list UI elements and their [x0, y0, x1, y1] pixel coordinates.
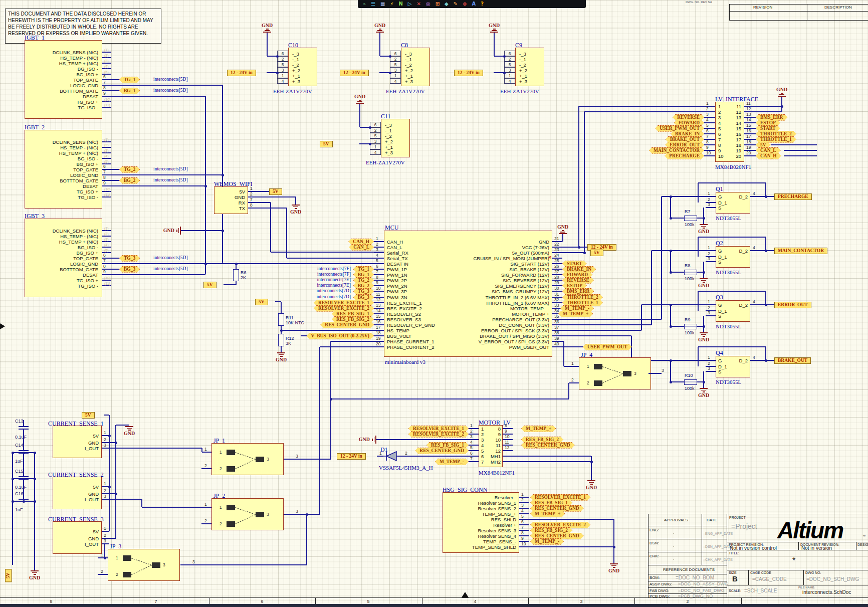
jumper-pad[interactable]: [256, 457, 264, 462]
port-M_TEMP_-[interactable]: M_TEMP_-: [530, 538, 564, 545]
wire-segment: [202, 452, 211, 453]
port-PRECHARGE[interactable]: PRECHARGE: [665, 153, 704, 159]
wire-segment: [564, 366, 579, 367]
mosfet-ref[interactable]: Q4: [716, 350, 723, 356]
power-label-5v[interactable]: 5V: [590, 250, 603, 256]
port-USER_PWM_OUT[interactable]: USER_PWM_OUT: [583, 344, 632, 350]
mcu-pin-number: 15: [376, 314, 380, 319]
diode-symbol[interactable]: [383, 451, 398, 462]
mosfet-ref[interactable]: Q3: [716, 294, 723, 300]
ruler-number: 3: [580, 599, 582, 604]
power-label-5v[interactable]: 5V: [203, 282, 216, 288]
net-label-PRECHARGE[interactable]: PRECHARGE: [774, 193, 812, 200]
port-RESOLVER_EXCITE_2[interactable]: RESOLVER_EXCITE_2: [408, 431, 469, 438]
mcu-title[interactable]: MCU: [385, 225, 398, 231]
help-icon[interactable]: ?: [481, 2, 484, 7]
port-TG_2[interactable]: TG_2: [119, 166, 140, 173]
wire-segment: [706, 256, 716, 257]
mosfet-pin-number: 2: [708, 197, 710, 202]
jumper-pad[interactable]: [227, 521, 235, 527]
port-M_TEMP_+[interactable]: M_TEMP_+: [521, 426, 556, 432]
power-label[interactable]: 12 - 24V in: [227, 70, 256, 76]
title-block: APPROVALS DATE ENG: . =ENG_APP_DATE DSN:…: [648, 514, 868, 597]
net-label-ERROR_OUT[interactable]: ERROR_OUT: [774, 302, 811, 308]
jumper-pad[interactable]: [123, 555, 131, 561]
place-wire-icon[interactable]: ⌁: [363, 2, 366, 7]
port-TG_1[interactable]: TG_1: [119, 77, 140, 83]
resistor-undefined[interactable]: [684, 216, 697, 221]
cross-probe-icon[interactable]: ⊗: [463, 2, 467, 7]
port-M_TEMP_PLUS[interactable]: M_TEMP_+: [558, 311, 593, 317]
mosfet-ref[interactable]: Q1: [716, 186, 723, 192]
port-BG_1[interactable]: BG_1: [119, 88, 140, 94]
jumper-pad[interactable]: [256, 512, 264, 517]
power-label[interactable]: 12 - 24V in: [340, 70, 369, 76]
igbt-pin-name: TG_ISO -: [78, 195, 98, 200]
power-label-5v[interactable]: 5V: [255, 299, 268, 305]
place-port-icon[interactable]: ▷: [408, 2, 412, 7]
jumper-pad[interactable]: [227, 450, 235, 455]
igbt-pin-number: (1): [104, 227, 109, 230]
place-junction-icon[interactable]: ◆: [445, 2, 449, 7]
jumper-block-JP_1[interactable]: [211, 443, 284, 475]
net-label-MAIN_CONTACTOR[interactable]: MAIN_CONTACTOR: [774, 248, 827, 254]
port-CAN_L[interactable]: CAN_L: [349, 244, 374, 251]
motor-pin-int: 10: [495, 438, 501, 443]
port-BG_3[interactable]: BG_3: [119, 266, 140, 273]
place-power-port-icon[interactable]: ⚡: [390, 2, 393, 7]
power-label-5v[interactable]: 5V: [269, 188, 282, 195]
port-TG_3[interactable]: TG_3: [119, 255, 140, 262]
jumper-block-JP_2[interactable]: [211, 498, 284, 530]
jumper-pad[interactable]: [152, 562, 160, 568]
jumper-pad[interactable]: [227, 505, 235, 510]
text-string-icon[interactable]: A: [472, 2, 476, 7]
jumper-pad[interactable]: [594, 380, 602, 386]
place-no-erc-icon[interactable]: ✕: [417, 2, 421, 7]
port-M_TEMP_+[interactable]: M_TEMP_+: [530, 511, 565, 517]
junction-dot: [670, 325, 672, 328]
power-label-5v[interactable]: 5V: [5, 569, 12, 582]
resistor-undefined[interactable]: [684, 270, 697, 275]
place-probe-icon[interactable]: ◎: [426, 2, 430, 7]
port-CAN_H[interactable]: CAN_H: [756, 153, 781, 159]
resistor-undefined[interactable]: [278, 313, 284, 326]
resistor-undefined[interactable]: [233, 269, 239, 281]
jumper-pad[interactable]: [594, 364, 602, 369]
jumper-pad[interactable]: [623, 371, 631, 376]
place-sheet-symbol-icon[interactable]: ▦: [380, 2, 385, 7]
mcu-pin-name: ERROR_OUT / SPI_SCK (3.3V): [481, 328, 549, 333]
port-BG_2[interactable]: BG_2: [119, 177, 140, 184]
jumper-pad[interactable]: [123, 572, 131, 577]
port-TG_3[interactable]: TG_3: [353, 288, 374, 295]
power-label-5v[interactable]: 5V: [82, 412, 95, 419]
port-V_BUS_ISO_OUT[interactable]: V_BUS_ISO_OUT (0-2.25V): [307, 333, 374, 339]
port-BMS_ERR[interactable]: BMS_ERR: [562, 288, 594, 295]
jumper-pad[interactable]: [227, 466, 235, 472]
resistor-undefined[interactable]: [684, 324, 697, 329]
motor-pin-number: 10: [505, 435, 509, 439]
power-label[interactable]: 12 - 24V in: [454, 70, 483, 76]
port-M_TEMP_-[interactable]: M_TEMP_-: [435, 459, 469, 465]
jumper-block-JP_3[interactable]: [108, 549, 180, 581]
mosfet-ref[interactable]: Q2: [716, 240, 723, 246]
junction-dot: [389, 55, 391, 58]
jumper-block-JP_4[interactable]: [579, 357, 651, 389]
wire-segment: [102, 196, 111, 197]
resistor-undefined[interactable]: [278, 334, 284, 346]
port-RES_CENTER_GND[interactable]: RES_CENTER_GND: [320, 322, 374, 328]
floating-toolbar[interactable]: ⌁☰▦⚡N▷✕◎⊞◆✎⊗A?: [358, 0, 586, 8]
place-bus-icon[interactable]: ☰: [371, 2, 375, 7]
wire-segment: [102, 57, 111, 58]
place-net-label-icon[interactable]: N: [398, 2, 402, 7]
power-label-12-24v[interactable]: 12 - 24V in: [337, 453, 366, 460]
power-label[interactable]: 5V: [320, 141, 333, 147]
port-RES_CENTER_GND[interactable]: RES_CENTER_GND: [415, 448, 469, 454]
resistor-undefined[interactable]: [684, 379, 697, 385]
dsn-label: DSN:: [649, 541, 659, 545]
place-part-icon[interactable]: ⊞: [436, 2, 440, 7]
wire-segment: [651, 251, 652, 325]
net-label-BRAKE_OUT[interactable]: BRAKE_OUT: [774, 357, 811, 364]
port-RES_CENTER_GND[interactable]: RES_CENTER_GND: [521, 442, 575, 449]
wire-segment: [765, 183, 766, 196]
annotate-icon[interactable]: ✎: [454, 2, 458, 7]
